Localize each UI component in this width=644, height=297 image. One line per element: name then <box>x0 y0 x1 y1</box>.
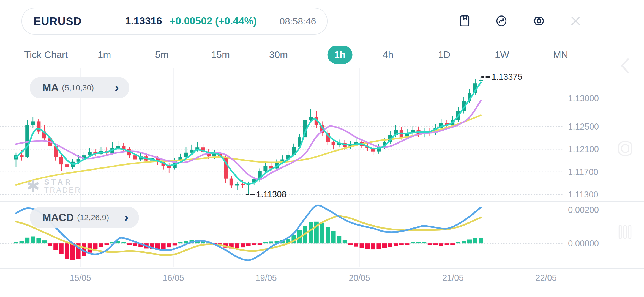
svg-text:0.00000: 0.00000 <box>568 239 599 248</box>
svg-text:0.00200: 0.00200 <box>568 205 599 215</box>
watermark: ✱ STAR TRADER <box>26 178 81 194</box>
star-trader-logo-icon: ✱ <box>26 178 40 194</box>
watermark-line2: TRADER <box>44 186 81 194</box>
svg-text:20/05: 20/05 <box>349 273 370 283</box>
bookmark-icon[interactable] <box>457 13 472 29</box>
annotation-dash <box>250 194 255 195</box>
timeframe-tab-mn[interactable]: MN <box>553 49 568 60</box>
svg-text:1.11300: 1.11300 <box>568 190 598 199</box>
timeframe-tab-15m[interactable]: 15m <box>211 49 230 60</box>
svg-text:1.13000: 1.13000 <box>568 94 599 103</box>
annotation-high-value: 1.13375 <box>492 72 522 82</box>
rounded-square-icon[interactable] <box>618 141 633 157</box>
price-annotation-high: 1.13375 <box>481 72 522 82</box>
close-icon[interactable] <box>568 13 583 29</box>
ma-indicator-params: (5,10,30) <box>62 83 94 92</box>
quote-time: 08:58:46 <box>280 16 316 27</box>
svg-text:22/05: 22/05 <box>535 273 557 283</box>
timeframe-tab-4h[interactable]: 4h <box>383 49 394 60</box>
timeframe-tab-1d[interactable]: 1D <box>438 49 451 60</box>
last-price: 1.13316 <box>125 15 162 27</box>
quote-header: EURUSD 1.13316 +0.00502 (+0.44%) 08:58:4… <box>21 8 328 35</box>
timeframe-tab-tick-chart[interactable]: Tick Chart <box>24 49 68 60</box>
timeframe-tab-30m[interactable]: 30m <box>269 49 288 60</box>
indicator-trend-icon[interactable] <box>494 13 509 29</box>
price-change: +0.00502 (+0.44%) <box>170 15 257 27</box>
annotation-low-value: 1.11308 <box>256 189 286 199</box>
svg-text:19/05: 19/05 <box>255 273 277 283</box>
ma-indicator-name: MA <box>42 82 59 94</box>
macd-indicator-pill[interactable]: MACD (12,26,9) › <box>30 207 139 228</box>
chart-canvas[interactable]: 1.130001.125001.121001.117001.113000.002… <box>0 0 644 297</box>
svg-text:1.12100: 1.12100 <box>568 144 599 154</box>
trading-chart-screen: 1.130001.125001.121001.117001.113000.002… <box>0 0 644 297</box>
svg-text:1.11700: 1.11700 <box>568 167 598 177</box>
ma-indicator-pill[interactable]: MA (5,10,30) › <box>30 77 129 98</box>
macd-indicator-name: MACD <box>42 212 74 224</box>
timeframe-tab-1h[interactable]: 1h <box>328 46 353 64</box>
svg-text:15/05: 15/05 <box>70 273 91 283</box>
chevron-left-icon[interactable] <box>618 57 632 75</box>
volume-bars-icon[interactable] <box>618 225 632 241</box>
watermark-line1: STAR <box>44 178 81 186</box>
chevron-right-icon: › <box>124 211 129 223</box>
symbol-name: EURUSD <box>34 15 82 28</box>
price-annotation-low: 1.11308 <box>246 190 286 199</box>
annotation-dash <box>246 194 249 195</box>
svg-text:16/05: 16/05 <box>163 273 184 283</box>
settings-nut-icon[interactable] <box>531 13 547 29</box>
timeframe-tab-5m[interactable]: 5m <box>155 49 169 60</box>
chevron-right-icon: › <box>115 81 119 94</box>
annotation-dash <box>481 76 484 78</box>
timeframe-tab-1w[interactable]: 1W <box>495 49 509 60</box>
macd-indicator-params: (12,26,9) <box>77 213 109 222</box>
svg-text:1.12500: 1.12500 <box>568 122 599 131</box>
timeframe-tab-1m[interactable]: 1m <box>98 49 111 60</box>
svg-text:21/05: 21/05 <box>442 273 464 283</box>
annotation-dash <box>485 76 490 78</box>
